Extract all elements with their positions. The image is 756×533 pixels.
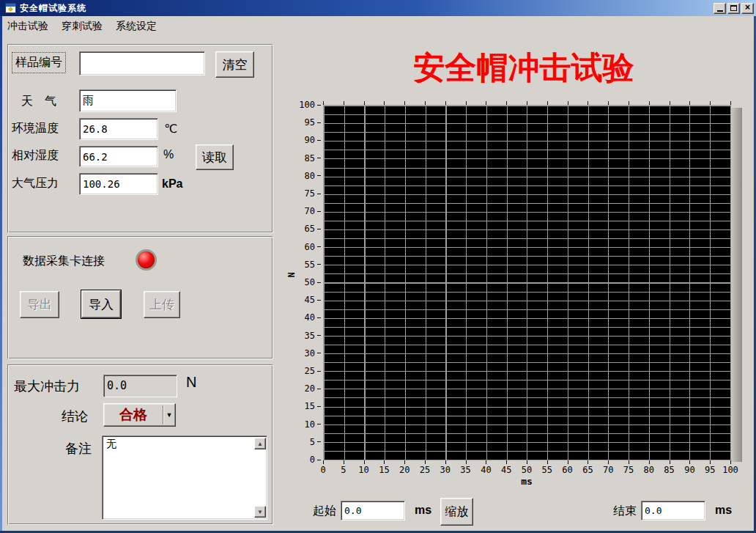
x-axis-label: ms	[521, 476, 533, 487]
upload-button[interactable]: 上传	[144, 291, 180, 318]
daq-panel: 数据采集卡连接 导出 导入 上传	[7, 236, 273, 359]
x-axis-tickmark-top	[710, 101, 711, 105]
y-axis-tick: 55	[305, 260, 321, 269]
window-border-left	[0, 16, 2, 533]
x-axis-tickmark-top	[608, 101, 609, 105]
y-axis-tick: 25	[305, 367, 321, 375]
x-axis-tickmark	[364, 460, 365, 464]
chart-heading: 安全帽冲击试验	[315, 47, 733, 89]
x-axis-tick: 55	[542, 465, 552, 475]
x-axis-tick: 90	[684, 465, 694, 475]
close-button[interactable]: ×	[741, 3, 754, 14]
x-axis-tick: 10	[358, 465, 368, 475]
import-button[interactable]: 导入	[81, 290, 121, 318]
x-axis-tickmark	[425, 460, 426, 464]
x-axis-tickmark	[649, 460, 650, 464]
start-input[interactable]	[341, 501, 405, 521]
x-axis-tickmark-top	[568, 101, 568, 105]
end-unit: ms	[715, 504, 732, 517]
clear-button[interactable]: 清空	[215, 51, 254, 78]
conclusion-dropdown[interactable]: 合格 ▼	[103, 403, 176, 427]
scroll-down-button[interactable]: ▼	[254, 506, 266, 518]
waveform-plot	[323, 105, 731, 460]
x-axis-tickmark-top	[364, 101, 365, 105]
max-force-field: 0.0	[103, 375, 177, 397]
y-axis-tick: 40	[305, 313, 321, 322]
menu-item-1[interactable]: 穿刺试验	[60, 19, 104, 34]
x-axis-tickmark-top	[588, 101, 588, 105]
weather-input[interactable]	[79, 89, 177, 112]
y-axis-tick: 80	[305, 172, 321, 180]
sample-no-label: 样品编号	[12, 52, 66, 73]
x-axis-tick: 25	[420, 465, 430, 475]
menu-bar: 冲击试验穿刺试验系统设定	[6, 19, 158, 34]
x-axis-tick: 85	[664, 465, 674, 475]
temperature-unit: ℃	[164, 122, 177, 136]
x-axis-tickmark	[445, 460, 446, 464]
max-force-label: 最大冲击力	[14, 378, 80, 395]
x-axis-tick: 35	[460, 465, 470, 475]
end-input[interactable]	[641, 501, 705, 521]
minimize-button[interactable]	[714, 3, 726, 14]
x-axis-tickmark-top	[730, 101, 731, 105]
x-axis-tickmark-top	[629, 101, 629, 105]
x-axis-tick: 20	[399, 465, 410, 475]
x-axis-tickmark	[323, 460, 324, 464]
x-axis-tickmark	[608, 460, 609, 464]
scroll-up-icon: ▲	[257, 441, 263, 447]
x-axis-tickmark	[547, 460, 548, 464]
humidity-unit: %	[163, 148, 174, 161]
x-axis-tickmark	[486, 460, 486, 464]
maximize-button[interactable]	[727, 3, 740, 14]
menu-item-2[interactable]: 系统设定	[114, 19, 158, 34]
y-axis-tick: 100	[299, 100, 321, 109]
x-axis-tick: 30	[440, 465, 451, 475]
y-axis-tick: 50	[305, 278, 321, 287]
x-axis-tickmark	[527, 460, 527, 464]
sample-panel: 样品编号 清空 天 气 环境温度 ℃ 相对湿度 % 读取 大气压力 kPa	[7, 44, 273, 233]
zoom-button[interactable]: 缩放	[440, 498, 473, 526]
y-axis-tick: 45	[305, 295, 321, 304]
y-axis-tick: 30	[305, 349, 321, 358]
app-window: 安全帽试验系统 × 冲击试验穿刺试验系统设定 样品编号 清空 天 气 环境温度 …	[0, 0, 756, 533]
remark-label: 备注	[65, 440, 92, 457]
x-axis-tick: 0	[320, 465, 325, 475]
humidity-input[interactable]	[79, 146, 158, 167]
window-title: 安全帽试验系统	[20, 2, 714, 15]
export-button[interactable]: 导出	[20, 291, 59, 318]
y-axis-tick: 5	[310, 438, 321, 446]
sample-no-input[interactable]	[79, 51, 205, 76]
x-axis-tickmark-top	[466, 101, 467, 105]
x-axis-tick: 75	[623, 465, 634, 475]
scroll-up-button[interactable]: ▲	[254, 438, 266, 449]
title-bar[interactable]: 安全帽试验系统 ×	[0, 0, 756, 16]
x-axis-tick: 65	[582, 465, 593, 475]
remark-textarea[interactable]: 无	[102, 435, 267, 520]
maximize-icon	[730, 5, 737, 11]
start-label: 起始	[313, 504, 336, 519]
x-axis-tickmark	[689, 460, 690, 464]
pressure-unit: kPa	[162, 177, 182, 191]
x-axis-tickmark	[384, 460, 385, 464]
y-axis-tick: 35	[305, 331, 321, 340]
plot-bevel	[731, 108, 742, 462]
x-axis-tickmark-top	[689, 101, 690, 105]
x-axis-tick: 15	[379, 465, 389, 475]
x-axis-tick: 40	[481, 465, 491, 475]
temperature-input[interactable]	[79, 118, 158, 140]
y-axis-tick: 65	[305, 224, 321, 233]
chevron-down-icon: ▼	[163, 404, 175, 426]
x-axis-tickmark	[730, 460, 731, 464]
x-axis-tickmark	[404, 460, 405, 464]
daq-connect-label: 数据采集卡连接	[23, 254, 105, 269]
menu-item-0[interactable]: 冲击试验	[6, 19, 50, 34]
pressure-input[interactable]	[79, 173, 158, 195]
temperature-label: 环境温度	[12, 121, 59, 136]
x-axis-tick: 5	[341, 465, 346, 475]
x-axis-tickmark-top	[486, 101, 486, 105]
x-axis-tickmark-top	[506, 101, 507, 105]
x-axis-tickmark-top	[547, 101, 548, 105]
x-axis-tickmark	[344, 460, 344, 464]
y-axis-tick: 75	[305, 189, 321, 198]
read-button[interactable]: 读取	[196, 144, 234, 170]
